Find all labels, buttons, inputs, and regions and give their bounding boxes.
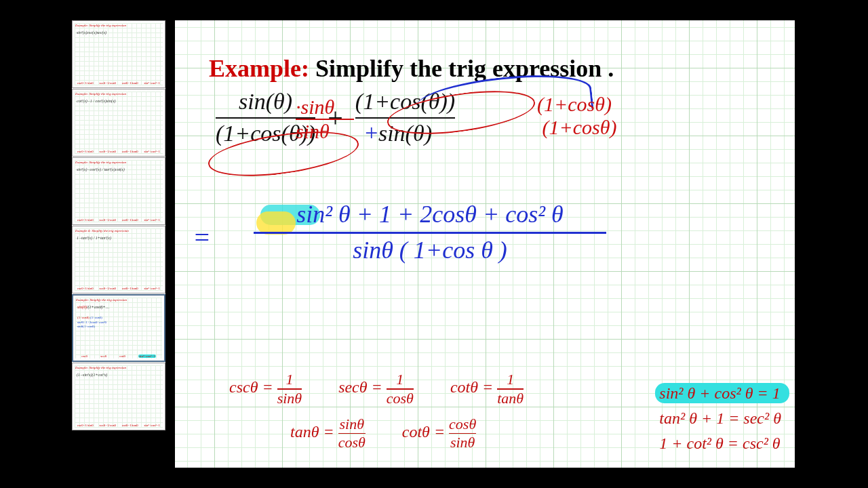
thumbnail-5-selected[interactable]: Example: Simplify the trig expression si…: [72, 294, 165, 362]
thumbnail-4[interactable]: Example 4: Simplify the trig expression …: [72, 226, 165, 293]
handwritten-step: sin² θ + 1 + 2cosθ + cos² θ sinθ ( 1+cos…: [254, 202, 606, 264]
step-numerator: sin² θ + 1 + 2cosθ + cos² θ: [296, 201, 564, 228]
thumbnail-6[interactable]: Example: Simplify the trig expression (1…: [72, 363, 165, 430]
slide-thumbnail-panel: Example: Simplify the trig expression si…: [72, 20, 165, 430]
handwritten-plus-check: +: [363, 121, 379, 145]
pythagorean-identities: sin² θ + cos² θ = 1 tan² θ + 1 = sec² θ …: [659, 384, 781, 453]
thumbnail-3[interactable]: Example: Simplify the trig expression si…: [72, 157, 165, 225]
main-slide: Example: Simplify the trig expression . …: [175, 20, 795, 468]
example-label: Example:: [209, 55, 309, 82]
handwritten-equals: =: [193, 224, 211, 252]
handwritten-mult-right: (1+cosθ) (1+cosθ): [537, 94, 616, 138]
handwritten-mult-left: ·sinθ sinθ: [296, 96, 354, 142]
thumbnail-1[interactable]: Example: Simplify the trig expression si…: [72, 20, 165, 88]
thumbnail-2[interactable]: Example: Simplify the trig expression co…: [72, 89, 165, 157]
step-denominator: sinθ ( 1+cos θ ): [353, 237, 507, 264]
